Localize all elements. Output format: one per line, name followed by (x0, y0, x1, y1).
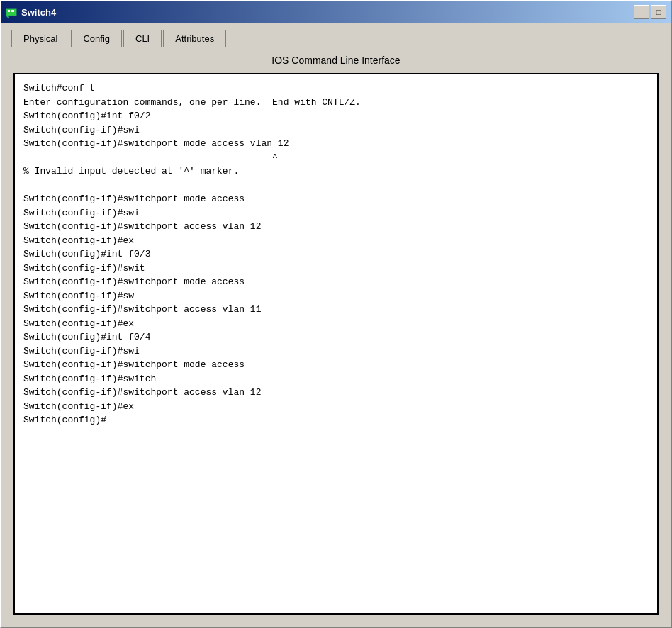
svg-rect-1 (8, 10, 10, 12)
title-bar-buttons: — □ (634, 5, 666, 19)
minimize-button[interactable]: — (634, 5, 649, 19)
svg-rect-2 (11, 10, 14, 11)
window-content: Physical Config CLI Attributes IOS Comma… (1, 23, 671, 627)
window-title: Switch4 (21, 7, 56, 18)
main-window: Switch4 — □ Physical Config CLI Attribut… (0, 0, 672, 628)
svg-rect-3 (11, 11, 14, 12)
ios-title: IOS Command Line Interface (13, 55, 659, 66)
tab-config[interactable]: Config (71, 30, 122, 47)
tab-physical[interactable]: Physical (11, 30, 69, 47)
tab-cli[interactable]: CLI (123, 30, 162, 47)
tab-content-area: IOS Command Line Interface Switch#conf t… (6, 47, 666, 622)
window-icon (6, 6, 17, 18)
tab-attributes[interactable]: Attributes (163, 30, 226, 47)
title-bar-left: Switch4 (6, 6, 56, 18)
cli-terminal[interactable]: Switch#conf t Enter configuration comman… (13, 73, 659, 615)
tab-bar: Physical Config CLI Attributes (6, 27, 666, 47)
title-bar: Switch4 — □ (1, 1, 671, 23)
maximize-button[interactable]: □ (651, 5, 666, 19)
